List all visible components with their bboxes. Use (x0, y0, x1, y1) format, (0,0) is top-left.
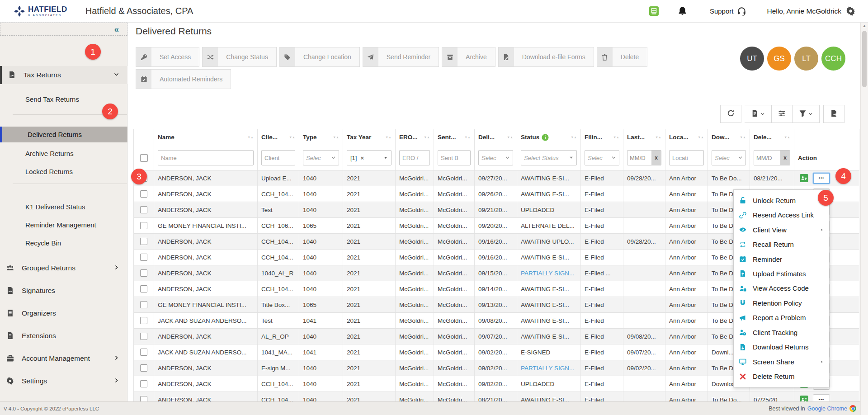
menu-item-resend-access-link[interactable]: Resend Access Link (734, 208, 829, 222)
download-e-file-forms-button[interactable]: Download e-file Forms (498, 47, 594, 67)
filter-input-locati[interactable] (669, 150, 704, 165)
column-header-dow[interactable]: Dow...▼▲ (708, 129, 750, 146)
filter-tax-year[interactable]: [1]× (347, 150, 392, 165)
row-actions-button[interactable]: ••• (813, 173, 830, 184)
menu-item-retention-policy[interactable]: Retention Policy (734, 296, 829, 310)
row-checkbox[interactable] (140, 349, 147, 356)
sidebar-item-grouped-returns[interactable]: Grouped Returns (0, 259, 127, 277)
row-checkbox[interactable] (140, 254, 147, 261)
filter-input-name[interactable] (158, 150, 254, 165)
row-checkbox[interactable] (140, 190, 147, 198)
sidebar-item-tax-returns[interactable]: Tax Returns (0, 66, 127, 84)
set-access-button[interactable]: Set Access (136, 47, 199, 67)
export-button[interactable] (823, 105, 844, 123)
menu-item-unlock-return[interactable]: Unlock Return (734, 193, 829, 208)
refresh-button[interactable] (720, 105, 741, 123)
menu-item-view-access-code[interactable]: View Access Code (734, 281, 829, 296)
row-checkbox[interactable] (140, 333, 147, 340)
collapse-sidebar-icon[interactable]: « (114, 25, 119, 33)
send-reminder-button[interactable]: Send Reminder (363, 47, 439, 67)
scroll-up-arrow[interactable]: ▲ (861, 24, 868, 28)
column-header-dele[interactable]: Dele...▼▲ (750, 129, 794, 146)
sort-icons[interactable]: ▼▲ (784, 136, 790, 139)
sidebar-item-archive-returns[interactable]: Archive Returns (0, 146, 127, 161)
sidebar-collapse-bar[interactable]: « (0, 23, 127, 36)
row-actions-button[interactable]: ••• (813, 394, 830, 402)
sidebar-item-reminder-management[interactable]: Reminder Management (0, 217, 127, 232)
filter-select-dow[interactable]: Selec (712, 150, 746, 165)
change-location-button[interactable]: Change Location (279, 47, 360, 67)
sort-icons[interactable]: ▼▲ (507, 136, 513, 139)
row-checkbox[interactable] (140, 206, 147, 213)
client-info-button[interactable] (798, 174, 810, 183)
clear-tax-year-button[interactable]: × (360, 155, 364, 161)
sort-icons[interactable]: ▼▲ (424, 136, 430, 139)
column-header-tax-year[interactable]: Tax Year▼▲ (343, 129, 396, 146)
avatar-ut[interactable]: UT (740, 47, 764, 71)
notification-bell-icon[interactable] (678, 6, 687, 16)
avatar-cch[interactable]: CCH (821, 47, 845, 71)
select-all-checkbox[interactable] (140, 154, 148, 162)
clear-date-button[interactable]: x (780, 151, 790, 165)
filter-date-dele[interactable]: MM/Dx (754, 150, 790, 165)
sort-icons[interactable]: ▼▲ (464, 136, 471, 139)
status-link[interactable]: PARTIALLY SIGN... (521, 365, 574, 372)
sidebar-item-settings[interactable]: Settings (0, 373, 127, 390)
sidebar-item-recycle-bin[interactable]: Recycle Bin (0, 235, 127, 250)
row-checkbox[interactable] (140, 396, 147, 401)
menu-item-reminder[interactable]: Reminder (734, 252, 829, 266)
menu-item-client-view[interactable]: Client View (734, 222, 829, 237)
column-header-type[interactable]: Type▼▲ (299, 129, 343, 146)
report-button[interactable] (745, 105, 772, 123)
column-header-filin[interactable]: Filin...▼▲ (581, 129, 623, 146)
row-checkbox[interactable] (140, 285, 147, 292)
sidebar-item-signatures[interactable]: Signatures (0, 282, 127, 299)
column-header-status[interactable]: Status▼▲ (517, 129, 581, 146)
menu-item-download-returns[interactable]: Download Returns (734, 340, 829, 354)
row-checkbox[interactable] (140, 238, 147, 245)
clear-date-button[interactable]: x (651, 151, 661, 165)
menu-item-delete-return[interactable]: Delete Return (734, 369, 829, 384)
column-header-last[interactable]: Last...▼▲ (623, 129, 665, 146)
column-header-name[interactable]: Name▼▲ (154, 129, 258, 146)
row-checkbox[interactable] (140, 380, 147, 387)
column-header-deli[interactable]: Deli...▼▲ (475, 129, 517, 146)
row-checkbox[interactable] (140, 269, 147, 277)
sidebar-item-extensions[interactable]: Extensions (0, 327, 127, 344)
column-options-button[interactable] (772, 105, 793, 123)
filter-button[interactable] (793, 105, 820, 123)
status-link[interactable]: PARTIALLY SIGN... (521, 270, 574, 277)
sort-icons[interactable]: ▼▲ (571, 136, 577, 139)
menu-item-client-tracking[interactable]: Client Tracking (734, 325, 829, 340)
column-header-loca[interactable]: Loca...▼▲ (665, 129, 708, 146)
sidebar-item-delivered-returns[interactable]: Delivered Returns (0, 127, 127, 142)
avatar-gs[interactable]: GS (767, 47, 791, 71)
filter-select-filin[interactable]: Selec (585, 150, 619, 165)
resource-book-icon[interactable] (649, 6, 659, 16)
filter-date-last[interactable]: MM/Dx (627, 150, 661, 165)
menu-item-screen-share[interactable]: Screen Share (734, 354, 829, 369)
row-checkbox[interactable] (140, 364, 147, 372)
row-checkbox[interactable] (140, 317, 147, 324)
delete-button[interactable]: Delete (597, 47, 647, 67)
menu-item-report-a-problem[interactable]: Report a Problem (734, 311, 829, 325)
column-header-ero[interactable]: ERO...▼▲ (396, 129, 434, 146)
column-header-clie[interactable]: Clie...▼▲ (258, 129, 299, 146)
sort-icons[interactable]: ▼▲ (740, 136, 746, 139)
sort-icons[interactable]: ▼▲ (289, 136, 295, 139)
sort-icons[interactable]: ▼▲ (698, 136, 704, 139)
scrollbar-thumb[interactable] (862, 31, 867, 87)
archive-button[interactable]: Archive (442, 47, 495, 67)
filter-select-deli[interactable]: Selec (478, 150, 513, 165)
change-status-button[interactable]: Change Status (202, 47, 277, 67)
google-chrome-link[interactable]: Google Chrome (807, 406, 847, 412)
menu-item-recall-return[interactable]: Recall Return (734, 237, 829, 252)
company-logo[interactable]: HATFIELD & ASSOCIATES (14, 5, 67, 17)
row-checkbox[interactable] (140, 222, 147, 229)
sort-icons[interactable]: ▼▲ (655, 136, 661, 139)
settings-gear-icon[interactable] (846, 6, 855, 16)
row-checkbox[interactable] (140, 301, 147, 308)
sort-icons[interactable]: ▼▲ (247, 136, 254, 139)
filter-select-type[interactable]: Selec (303, 150, 339, 165)
client-info-button[interactable] (798, 395, 810, 402)
